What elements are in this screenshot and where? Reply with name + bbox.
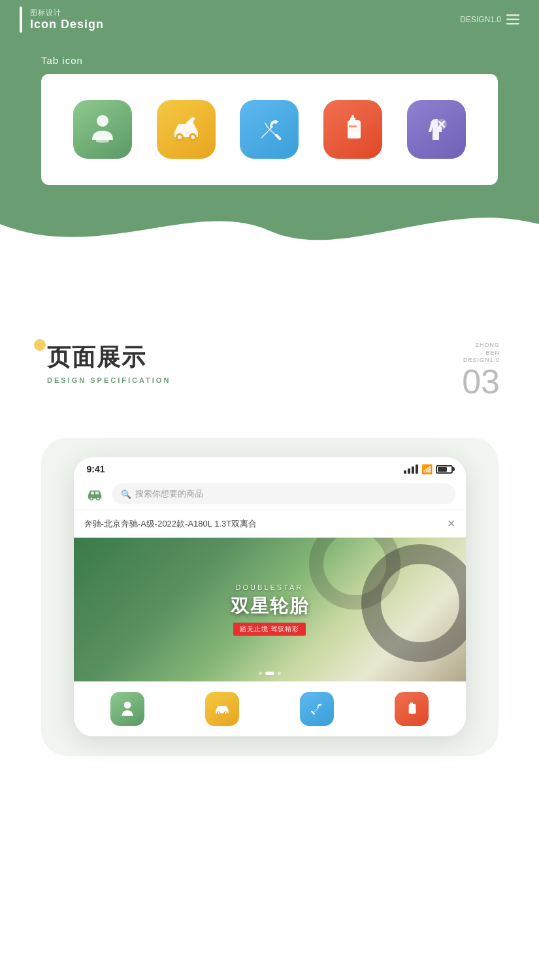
- banner-brand: DOUBLESTAR: [231, 583, 309, 591]
- svg-rect-11: [351, 115, 354, 119]
- suggestion-text: 奔驰-北京奔驰-A级-2022款-A180L 1.3T双离合: [84, 518, 257, 530]
- top-section: 图标设计 Icon Design DESIGN1.0 Tab icon: [0, 0, 539, 263]
- battery-fill: [438, 467, 447, 472]
- header-accent-bar: [20, 7, 22, 33]
- svg-rect-28: [410, 702, 413, 705]
- app-icon-car-repair[interactable]: [157, 100, 216, 159]
- svg-point-3: [97, 115, 108, 127]
- phone-nav: 🔍 搜索你想要的商品: [74, 478, 466, 510]
- tools-svg-icon: [252, 112, 286, 146]
- bottom-icon-car[interactable]: [205, 692, 239, 726]
- banner-dot-1: [259, 672, 262, 675]
- svg-point-7: [191, 135, 195, 139]
- svg-rect-13: [349, 125, 357, 127]
- oil-svg-icon: [336, 112, 370, 146]
- phone-wrapper: 9:41 📶: [39, 425, 500, 769]
- icon-card: [41, 74, 498, 185]
- section-03: 页面展示 DESIGN SPECIFICATION ZHONGBENDESIGN…: [0, 329, 539, 795]
- coupon-svg-icon: [419, 112, 453, 146]
- menu-icon[interactable]: [506, 14, 519, 25]
- app-icon-person[interactable]: [73, 100, 132, 159]
- bottom-icon-tools[interactable]: [300, 692, 334, 726]
- section-title-block: 页面展示 DESIGN SPECIFICATION: [39, 342, 171, 384]
- phone-outer: 9:41 📶: [41, 438, 498, 756]
- svg-rect-2: [506, 23, 519, 25]
- app-icon-coupon[interactable]: [407, 100, 466, 159]
- svg-point-21: [124, 702, 131, 709]
- section-header: 页面展示 DESIGN SPECIFICATION ZHONGBENDESIGN…: [39, 342, 500, 399]
- search-bar-icon: 🔍: [121, 489, 131, 499]
- signal-bar-4: [416, 465, 418, 474]
- phone-status-bar: 9:41 📶: [74, 457, 466, 478]
- svg-rect-26: [310, 710, 315, 715]
- banner-content: DOUBLESTAR 双星轮胎 踏无止境 驾驭精彩: [231, 583, 309, 636]
- banner-tagline: 踏无止境 驾驭精彩: [233, 623, 306, 636]
- svg-rect-29: [409, 710, 416, 713]
- person-svg-icon: [86, 112, 120, 146]
- header-subtitle: 图标设计: [30, 8, 104, 18]
- header-titles: 图标设计 Icon Design: [30, 8, 104, 31]
- search-placeholder: 搜索你想要的商品: [135, 488, 203, 500]
- svg-rect-12: [348, 132, 361, 139]
- svg-point-23: [218, 712, 220, 714]
- svg-rect-0: [506, 14, 519, 16]
- svg-point-18: [97, 498, 99, 500]
- signal-bar-2: [408, 468, 410, 474]
- wifi-icon: 📶: [421, 464, 433, 474]
- search-suggestion[interactable]: 奔驰-北京奔驰-A级-2022款-A180L 1.3T双离合 ✕: [74, 510, 466, 538]
- signal-bar-3: [412, 466, 414, 474]
- section-dot: [34, 339, 46, 351]
- header-title: Icon Design: [30, 18, 104, 31]
- search-bar[interactable]: 🔍 搜索你想要的商品: [112, 483, 455, 504]
- svg-rect-1: [506, 19, 519, 21]
- tab-icon-label: Tab icon: [41, 55, 539, 66]
- middle-section: [0, 263, 539, 329]
- nav-car-icon[interactable]: [84, 483, 105, 504]
- phone-inner: 9:41 📶: [74, 457, 466, 736]
- status-icons: 📶: [404, 464, 453, 474]
- phone-bottom-icons: [74, 681, 466, 736]
- car-repair-svg-icon: [169, 112, 203, 146]
- signal-bar-1: [404, 470, 406, 474]
- section-title-en: DESIGN SPECIFICATION: [47, 376, 171, 384]
- svg-rect-20: [95, 492, 99, 495]
- banner-title-zh: 双星轮胎: [231, 594, 309, 619]
- section-num-big: 03: [462, 365, 500, 399]
- status-time: 9:41: [87, 464, 105, 474]
- banner-dot-active: [265, 672, 274, 675]
- signal-bars-icon: [404, 465, 418, 474]
- battery-icon: [436, 465, 453, 474]
- section-num-label: ZHONGBENDESIGN1.0: [463, 342, 500, 365]
- phone-banner: DOUBLESTAR 双星轮胎 踏无止境 驾驭精彩: [74, 538, 466, 681]
- version-label: DESIGN1.0: [460, 15, 501, 24]
- wave-divider: [0, 198, 539, 263]
- svg-rect-19: [91, 492, 94, 495]
- svg-rect-8: [274, 133, 282, 140]
- svg-point-25: [225, 712, 227, 714]
- svg-point-5: [178, 135, 182, 139]
- section-title-zh: 页面展示: [47, 342, 171, 374]
- header-right: DESIGN1.0: [460, 14, 519, 25]
- bottom-icon-person[interactable]: [110, 692, 144, 726]
- app-icon-tools[interactable]: [240, 100, 299, 159]
- svg-point-17: [90, 498, 92, 500]
- bottom-icon-oil[interactable]: [395, 692, 429, 726]
- banner-dots: [259, 672, 281, 675]
- banner-dot-2: [278, 672, 281, 675]
- app-icon-oil[interactable]: [323, 100, 382, 159]
- section-number-block: ZHONGBENDESIGN1.0 03: [462, 342, 500, 399]
- suggestion-close-icon[interactable]: ✕: [447, 517, 455, 530]
